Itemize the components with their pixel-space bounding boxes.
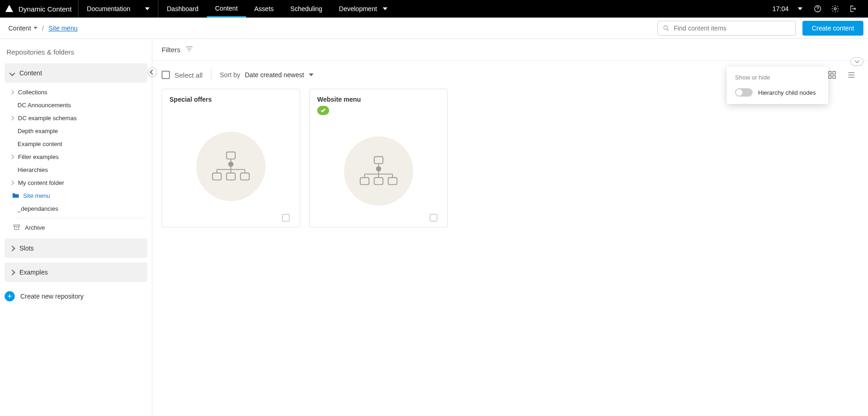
card-select-checkbox[interactable] xyxy=(430,214,437,221)
top-nav: Documentation Dashboard Content Assets S… xyxy=(78,0,396,18)
time-value: 17:04 xyxy=(772,5,789,12)
nav-scheduling[interactable]: Scheduling xyxy=(282,0,331,18)
select-all-label: Select all xyxy=(175,71,203,79)
hierarchy-nodes-toggle[interactable] xyxy=(735,88,753,97)
select-all-checkbox[interactable] xyxy=(162,71,170,79)
expand-panel-button[interactable] xyxy=(850,57,863,66)
nav-dashboard[interactable]: Dashboard xyxy=(158,0,207,18)
plus-icon: + xyxy=(5,291,15,301)
sidebar-item-site-menu[interactable]: Site menu xyxy=(7,189,147,202)
help-button[interactable] xyxy=(809,0,826,18)
chevron-down-icon xyxy=(383,7,387,10)
nav-content[interactable]: Content xyxy=(207,0,246,18)
brand-block: Dynamic Content xyxy=(0,0,78,18)
content-grid: Special offers Website menu xyxy=(152,89,868,237)
filters-bar: Filters xyxy=(152,39,868,61)
svg-rect-16 xyxy=(374,157,383,164)
svg-rect-14 xyxy=(227,173,235,180)
svg-rect-18 xyxy=(360,177,369,184)
breadcrumb-root[interactable]: Content xyxy=(8,24,37,32)
check-icon xyxy=(320,108,326,113)
card-title: Website menu xyxy=(310,89,447,106)
svg-point-3 xyxy=(664,25,668,29)
chevron-down-icon xyxy=(309,73,313,76)
breadcrumb: Content / Site menu xyxy=(8,24,78,32)
exit-icon xyxy=(849,5,857,13)
card-body xyxy=(162,106,300,227)
popover-option-row: Hierarchy child nodes xyxy=(735,88,820,97)
repo-header-slots[interactable]: Slots xyxy=(5,239,147,258)
sidebar-item-filter-examples[interactable]: Filter examples xyxy=(7,150,147,163)
sidebar-item-dc-example-schemas[interactable]: DC example schemas xyxy=(7,111,147,124)
filters-label: Filters xyxy=(162,46,181,54)
content-panel: Filters Select all Sort by Date created … xyxy=(152,39,868,416)
view-settings-popover: Show or hide Hierarchy child nodes xyxy=(727,67,828,104)
filters-button[interactable] xyxy=(185,45,193,55)
collapse-sidebar-button[interactable] xyxy=(148,67,157,77)
time-display[interactable]: 17:04 xyxy=(766,5,809,12)
topbar: Dynamic Content Documentation Dashboard … xyxy=(0,0,868,18)
svg-rect-8 xyxy=(833,72,836,74)
hierarchy-icon xyxy=(344,136,413,206)
sidebar-item-site-menu-label: Site menu xyxy=(23,192,50,199)
published-badge xyxy=(317,106,329,115)
nav-development[interactable]: Development xyxy=(331,0,396,18)
content-card[interactable]: Website menu xyxy=(309,89,448,227)
svg-point-12 xyxy=(228,162,233,167)
sidebar-title: Repositories & folders xyxy=(5,45,147,63)
sidebar-item-example-content[interactable]: Example content xyxy=(7,137,147,150)
sort-dropdown[interactable]: Date created newest xyxy=(245,71,313,79)
chevron-down-icon xyxy=(798,7,802,10)
chevron-right-icon xyxy=(9,245,15,251)
settings-button[interactable] xyxy=(826,0,844,18)
svg-rect-9 xyxy=(829,76,832,79)
card-title: Special offers xyxy=(162,89,300,106)
list-view-button[interactable] xyxy=(844,67,859,82)
sidebar-item-dependancies[interactable]: _dependancies xyxy=(7,202,147,215)
folder-tree: Collections DC Announcements DC example … xyxy=(7,86,147,234)
breadcrumb-current[interactable]: Site menu xyxy=(48,24,78,32)
create-content-button[interactable]: Create content xyxy=(802,21,863,36)
svg-rect-7 xyxy=(829,72,832,74)
sort-by-label: Sort by xyxy=(220,71,240,79)
hierarchy-nodes-label: Hierarchy child nodes xyxy=(758,89,816,96)
sidebar-item-archive[interactable]: Archive xyxy=(7,221,147,234)
search-input[interactable] xyxy=(674,24,791,32)
hierarchy-icon xyxy=(196,132,265,201)
sidebar-item-hierarchies[interactable]: Hierarchies xyxy=(7,163,147,176)
card-select-checkbox[interactable] xyxy=(282,214,289,221)
brand-logo-icon xyxy=(5,4,14,13)
search-icon xyxy=(663,24,670,32)
sidebar-item-my-content-folder[interactable]: My content folder xyxy=(7,176,147,189)
chevron-right-icon xyxy=(9,269,15,275)
repo-header-content[interactable]: Content xyxy=(5,63,147,83)
content-card[interactable]: Special offers xyxy=(162,89,300,227)
svg-rect-10 xyxy=(833,76,836,79)
grid-icon xyxy=(827,70,837,80)
sort-value-label: Date created newest xyxy=(245,71,304,79)
create-repository-button[interactable]: + Create new repository xyxy=(5,291,147,301)
sidebar-item-collections[interactable]: Collections xyxy=(7,86,147,98)
help-icon xyxy=(814,5,822,13)
sidebar: Repositories & folders Content Collectio… xyxy=(0,39,152,416)
repo-content-label: Content xyxy=(19,69,42,77)
nav-documentation[interactable]: Documentation xyxy=(78,0,158,18)
filter-icon xyxy=(185,45,193,53)
svg-rect-20 xyxy=(388,177,397,184)
svg-point-1 xyxy=(817,10,818,11)
sidebar-item-dc-announcements[interactable]: DC Announcements xyxy=(7,98,147,111)
search-field[interactable] xyxy=(657,21,796,36)
chevron-down-icon xyxy=(34,27,37,29)
sidebar-item-depth-example[interactable]: Depth example xyxy=(7,124,147,137)
list-icon xyxy=(847,70,856,80)
chevron-down-icon xyxy=(9,70,15,76)
nav-documentation-label: Documentation xyxy=(87,5,130,12)
logout-button[interactable] xyxy=(844,0,862,18)
main: Repositories & folders Content Collectio… xyxy=(0,39,868,416)
sidebar-archive-label: Archive xyxy=(25,224,45,231)
nav-assets[interactable]: Assets xyxy=(246,0,282,18)
repo-header-examples[interactable]: Examples xyxy=(5,263,147,282)
folder-icon xyxy=(12,193,19,198)
repo-slots-label: Slots xyxy=(19,245,34,252)
breadcrumb-separator: / xyxy=(42,24,44,32)
